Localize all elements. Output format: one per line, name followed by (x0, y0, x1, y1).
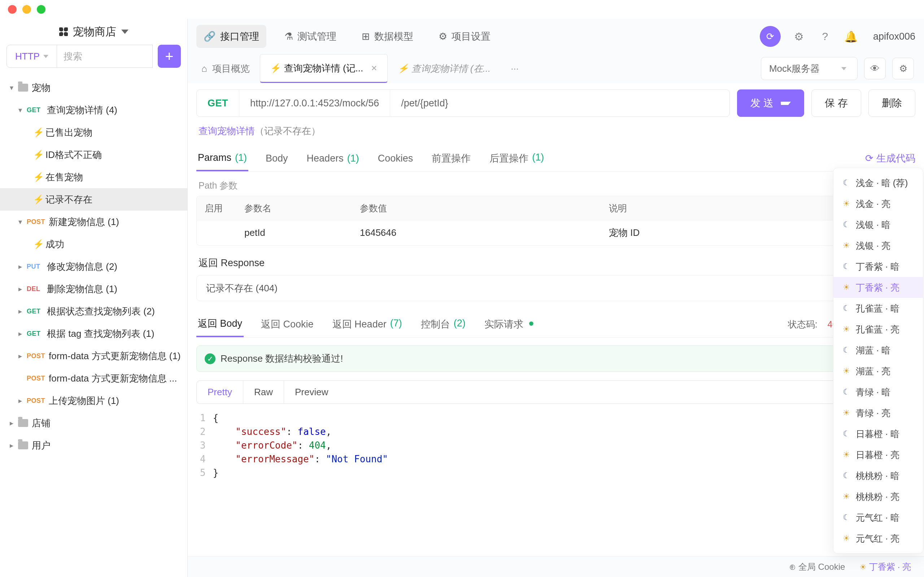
nav-test[interactable]: ⚗测试管理 (277, 25, 344, 48)
send-button[interactable]: 发 送 (737, 89, 804, 117)
sun-icon: ☀ (843, 366, 850, 376)
environment-select[interactable]: Mock服务器 (761, 57, 858, 80)
theme-option[interactable]: ☾青绿 · 暗 (834, 382, 923, 403)
tree-case[interactable]: ⚡已售出宠物 (0, 121, 187, 143)
theme-option[interactable]: ☾孔雀蓝 · 暗 (834, 298, 923, 319)
theme-option[interactable]: ☾浅金 · 暗 (荐) (834, 172, 923, 193)
theme-option[interactable]: ☀丁香紫 · 亮 (834, 277, 923, 298)
theme-option[interactable]: ☀浅金 · 亮 (834, 193, 923, 214)
view-raw[interactable]: Raw (243, 381, 284, 403)
search-input[interactable]: 搜索 (57, 45, 153, 68)
theme-option[interactable]: ☀浅银 · 亮 (834, 235, 923, 256)
tab-overview[interactable]: ⌂项目概览 (191, 54, 260, 83)
tree-case[interactable]: ⚡在售宠物 (0, 166, 187, 188)
tree-folder[interactable]: ▸店铺 (0, 412, 187, 434)
theme-option[interactable]: ☀桃桃粉 · 亮 (834, 486, 923, 507)
resp-tab-body[interactable]: 返回 Body (196, 311, 244, 337)
sidebar: 宠物商店 HTTP 搜索 + ▾宠物 ▾GET查询宠物详情 (4) ⚡已售出宠物… (0, 19, 188, 577)
nav-api[interactable]: 🔗接口管理 (196, 25, 267, 48)
tree-case-selected[interactable]: ⚡记录不存在 (0, 188, 187, 211)
subtab-params[interactable]: Params(1) (196, 146, 248, 171)
resp-tab-console[interactable]: 控制台(2) (419, 312, 467, 337)
resp-tab-cookie[interactable]: 返回 Cookie (260, 312, 315, 337)
theme-option[interactable]: ☾丁香紫 · 暗 (834, 256, 923, 277)
tree-api[interactable]: ▸POST上传宠物图片 (1) (0, 390, 187, 412)
param-name[interactable]: petId (236, 227, 352, 239)
tree-api[interactable]: ▸GET根据状态查找宠物列表 (2) (0, 300, 187, 322)
minimize-window[interactable] (23, 5, 31, 14)
theme-option[interactable]: ☀青绿 · 亮 (834, 403, 923, 423)
tab-active[interactable]: ⚡查询宠物详情 (记...× (260, 54, 388, 83)
chevron-down-icon (842, 67, 846, 70)
view-pretty[interactable]: Pretty (197, 381, 243, 403)
project-selector[interactable]: 宠物商店 (0, 19, 187, 45)
tree-api[interactable]: ▸POSTform-data 方式更新宠物信息 ... (0, 367, 187, 390)
theme-option[interactable]: ☾元气红 · 暗 (834, 507, 923, 528)
tree-api[interactable]: ▸DEL删除宠物信息 (1) (0, 278, 187, 300)
close-icon[interactable]: × (371, 62, 377, 74)
tree-api[interactable]: ▸GET根据 tag 查找宠物列表 (1) (0, 322, 187, 345)
zoom-window[interactable] (37, 5, 45, 14)
theme-option[interactable]: ☾桃桃粉 · 暗 (834, 465, 923, 486)
theme-option[interactable]: ☾日暮橙 · 暗 (834, 423, 923, 444)
theme-option[interactable]: ☀元气红 · 亮 (834, 528, 923, 549)
view-preview[interactable]: Preview (284, 381, 339, 403)
generate-code-link[interactable]: ⟳生成代码 (865, 152, 915, 165)
moon-icon: ☾ (843, 220, 850, 229)
subtab-headers[interactable]: Headers(1) (305, 147, 360, 171)
theme-option[interactable]: ☀湖蓝 · 亮 (834, 361, 923, 382)
theme-option[interactable]: ☀孔雀蓝 · 亮 (834, 319, 923, 340)
bell-icon-button[interactable]: 🔔 (843, 29, 859, 44)
moon-icon: ☾ (843, 345, 850, 355)
subtab-pre[interactable]: 前置操作 (430, 145, 472, 171)
save-button[interactable]: 保 存 (811, 89, 861, 117)
subtab-body[interactable]: Body (264, 147, 289, 171)
bolt-icon: ⚡ (33, 127, 42, 137)
param-value[interactable]: 1645646 (352, 227, 601, 239)
param-row: petId 1645646 宠物 ID (197, 220, 915, 245)
delete-button[interactable]: 删除 (868, 89, 915, 117)
theme-option[interactable]: ☾浅银 · 暗 (834, 214, 923, 235)
nav-model[interactable]: ⊞数据模型 (354, 25, 420, 48)
theme-indicator[interactable]: ☀ 丁香紫 · 亮 (859, 561, 911, 573)
tree-api[interactable]: ▸PUT修改宠物信息 (2) (0, 255, 187, 278)
add-button[interactable]: + (158, 45, 181, 68)
bolt-icon: ⚡ (33, 239, 42, 249)
response-body[interactable]: 12345 { "success": false, "errorCode": 4… (196, 409, 915, 482)
view-toggle-button[interactable]: 👁 (864, 58, 886, 79)
close-window[interactable] (8, 5, 16, 14)
tree-api[interactable]: ▸POSTform-data 方式更新宠物信息 (1) (0, 345, 187, 367)
method-select[interactable]: GET (197, 90, 239, 116)
help-icon-button[interactable]: ? (817, 29, 833, 44)
response-tabs: 返回 Body 返回 Cookie 返回 Header(7) 控制台(2) 实际… (196, 301, 915, 338)
subtab-cookies[interactable]: Cookies (376, 147, 415, 171)
tree-api[interactable]: ▾GET查询宠物详情 (4) (0, 99, 187, 121)
user-label[interactable]: apifox006 (873, 31, 915, 42)
nav-settings[interactable]: ⚙项目设置 (431, 25, 498, 48)
tab-preview[interactable]: ⚡查询宠物详情 (在... (388, 54, 501, 83)
tree-folder-root[interactable]: ▾宠物 (0, 76, 187, 99)
tab-settings-button[interactable]: ⚙ (892, 58, 914, 79)
tab-more[interactable]: ··· (501, 54, 529, 83)
path-input[interactable]: /pet/{petId} (390, 90, 459, 116)
settings-icon-button[interactable]: ⚙ (792, 29, 807, 44)
refresh-icon: ⟳ (766, 31, 774, 42)
protocol-select[interactable]: HTTP (6, 45, 57, 68)
tree-api[interactable]: ▾POST新建宠物信息 (1) (0, 211, 187, 233)
tree-folder[interactable]: ▸用户 (0, 434, 187, 456)
tree-case[interactable]: ⚡成功 (0, 233, 187, 255)
tree-case[interactable]: ⚡ID格式不正确 (0, 143, 187, 166)
theme-option[interactable]: ☀日暮橙 · 亮 (834, 444, 923, 465)
chevron-down-icon[interactable] (781, 102, 791, 105)
resp-tab-header[interactable]: 返回 Header(7) (331, 312, 404, 337)
sun-icon: ☀ (843, 492, 850, 501)
global-cookie-link[interactable]: ⊕ 全局 Cookie (789, 561, 845, 573)
link-icon: 🔗 (204, 31, 216, 42)
response-status-select[interactable]: 记录不存在 (404) (196, 275, 915, 301)
resp-tab-actual[interactable]: 实际请求● (483, 312, 536, 337)
project-name: 宠物商店 (73, 24, 116, 39)
base-url[interactable]: http://127.0.0.1:4523/mock/56 (239, 90, 390, 116)
sync-button[interactable]: ⟳ (760, 26, 781, 47)
theme-option[interactable]: ☾湖蓝 · 暗 (834, 340, 923, 361)
subtab-post[interactable]: 后置操作(1) (488, 145, 545, 171)
